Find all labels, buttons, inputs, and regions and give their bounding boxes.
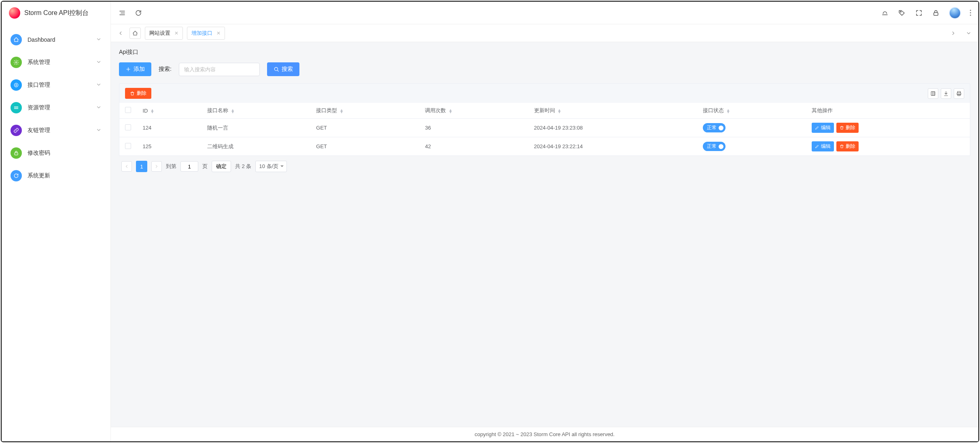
theme-icon[interactable] <box>881 9 889 17</box>
tag-icon[interactable] <box>898 9 906 17</box>
svg-rect-4 <box>934 13 938 15</box>
page-next[interactable] <box>151 161 162 172</box>
sort-icon[interactable]: ▲▼ <box>151 109 155 113</box>
table-row: 124 随机一言 GET 36 2024-04-19 23:23:08 正常 编… <box>119 119 970 137</box>
delete-button[interactable]: 删除 <box>836 123 859 133</box>
cell-name: 随机一言 <box>202 119 310 137</box>
svg-rect-2 <box>15 153 18 155</box>
status-toggle[interactable]: 正常 <box>703 142 725 151</box>
tab-site-settings[interactable]: 网站设置 ✕ <box>145 27 183 40</box>
page-unit-label: 页 <box>202 163 208 170</box>
chevron-down-icon <box>96 59 102 66</box>
svg-point-0 <box>15 62 17 63</box>
edit-button[interactable]: 编辑 <box>812 123 834 133</box>
sort-icon[interactable]: ▲▼ <box>448 109 452 113</box>
sidebar-menu: Dashboard 系统管理 接口管理 资源管理 友链管理 <box>2 24 110 441</box>
print-icon[interactable] <box>954 88 964 99</box>
sidebar-item-links[interactable]: 友链管理 <box>2 119 110 142</box>
cell-updated: 2024-04-19 23:22:14 <box>528 137 697 156</box>
sidebar-item-password[interactable]: 修改密码 <box>2 142 110 164</box>
lock-icon[interactable] <box>932 9 940 17</box>
tab-home[interactable] <box>129 28 141 39</box>
search-label: 搜索: <box>159 66 172 73</box>
collapse-sidebar-button[interactable] <box>118 9 126 17</box>
svg-rect-6 <box>931 92 935 95</box>
delete-label: 删除 <box>846 143 855 150</box>
search-button-label: 搜索 <box>282 66 293 73</box>
sidebar-item-label: 修改密码 <box>28 149 102 157</box>
sidebar-item-label: 友链管理 <box>28 127 90 134</box>
cell-count: 36 <box>419 119 528 137</box>
pagination: 1 到第 页 确定 共 2 条 10 条/页 <box>119 156 970 177</box>
columns-icon[interactable] <box>928 88 938 99</box>
tab-scroll-right[interactable] <box>948 28 958 38</box>
col-count[interactable]: 调用次数 <box>425 107 446 113</box>
sidebar-item-label: 资源管理 <box>28 104 90 111</box>
content: Api接口 添加 搜索: 搜索 删除 <box>111 42 978 427</box>
row-checkbox[interactable] <box>125 124 131 130</box>
table-row: 125 二维码生成 GET 42 2024-04-19 23:22:14 正常 … <box>119 137 970 156</box>
col-id[interactable]: ID <box>143 108 148 114</box>
cell-type: GET <box>310 137 419 156</box>
tab-add-api[interactable]: 增加接口 ✕ <box>187 27 225 40</box>
delete-label: 删除 <box>846 124 855 131</box>
close-icon[interactable]: ✕ <box>216 30 221 36</box>
goto-label: 到第 <box>166 163 176 170</box>
refresh-icon <box>11 170 22 181</box>
action-bar: 添加 搜索: 搜索 <box>119 62 970 76</box>
select-all-checkbox[interactable] <box>125 107 131 113</box>
delete-button[interactable]: 删除 <box>836 141 859 151</box>
tabbar: 网站设置 ✕ 增加接口 ✕ <box>111 24 978 42</box>
sidebar-item-system[interactable]: 系统管理 <box>2 51 110 74</box>
page-size-select[interactable]: 10 条/页 <box>255 161 287 172</box>
sidebar-item-label: 系统管理 <box>28 59 90 66</box>
col-updated[interactable]: 更新时间 <box>534 107 555 113</box>
api-table: ID▲▼ 接口名称▲▼ 接口类型▲▼ 调用次数▲▼ 更新时间▲▼ 接口状态▲▼ … <box>119 103 970 156</box>
sidebar-item-api[interactable]: 接口管理 <box>2 74 110 96</box>
page-number[interactable]: 1 <box>136 161 147 172</box>
cell-updated: 2024-04-19 23:23:08 <box>528 119 697 137</box>
search-button[interactable]: 搜索 <box>267 62 299 76</box>
tab-scroll-left[interactable] <box>116 28 125 38</box>
sidebar-item-update[interactable]: 系统更新 <box>2 164 110 187</box>
status-label: 正常 <box>707 124 717 131</box>
page-prev[interactable] <box>121 161 132 172</box>
avatar[interactable] <box>949 7 961 19</box>
col-type[interactable]: 接口类型 <box>316 107 337 113</box>
col-name[interactable]: 接口名称 <box>207 107 228 113</box>
footer: copyright © 2021 ~ 2023 Storm Core API a… <box>111 427 978 441</box>
chevron-down-icon <box>96 36 102 43</box>
more-menu-icon[interactable] <box>970 10 971 16</box>
batch-delete-button[interactable]: 删除 <box>125 88 151 99</box>
panel-title: Api接口 <box>119 49 970 56</box>
topbar <box>111 2 978 24</box>
status-toggle[interactable]: 正常 <box>703 123 725 132</box>
table-toolbar: 删除 <box>119 83 970 103</box>
search-input[interactable] <box>179 63 260 76</box>
add-button-label: 添加 <box>134 66 145 73</box>
sidebar-item-resource[interactable]: 资源管理 <box>2 96 110 119</box>
edit-label: 编辑 <box>821 143 831 150</box>
refresh-button[interactable] <box>134 9 142 17</box>
goto-input[interactable] <box>180 161 198 172</box>
export-icon[interactable] <box>941 88 951 99</box>
sort-icon[interactable]: ▲▼ <box>558 109 562 113</box>
row-checkbox[interactable] <box>125 143 131 149</box>
sidebar-item-dashboard[interactable]: Dashboard <box>2 28 110 51</box>
goto-confirm[interactable]: 确定 <box>212 161 231 172</box>
fullscreen-icon[interactable] <box>915 9 923 17</box>
chevron-down-icon <box>96 82 102 89</box>
layers-icon <box>11 102 22 113</box>
app-title: Storm Core API控制台 <box>24 9 89 17</box>
edit-button[interactable]: 编辑 <box>812 141 834 151</box>
add-button[interactable]: 添加 <box>119 62 151 76</box>
close-icon[interactable]: ✕ <box>174 30 178 36</box>
tab-label: 增加接口 <box>191 30 212 37</box>
sort-icon[interactable]: ▲▼ <box>231 109 235 113</box>
sort-icon[interactable]: ▲▼ <box>339 109 344 113</box>
app-brand: Storm Core API控制台 <box>2 2 110 24</box>
tab-label: 网站设置 <box>149 30 170 37</box>
col-status[interactable]: 接口状态 <box>703 107 724 113</box>
tab-menu-dropdown[interactable] <box>964 28 974 38</box>
sort-icon[interactable]: ▲▼ <box>726 109 730 113</box>
